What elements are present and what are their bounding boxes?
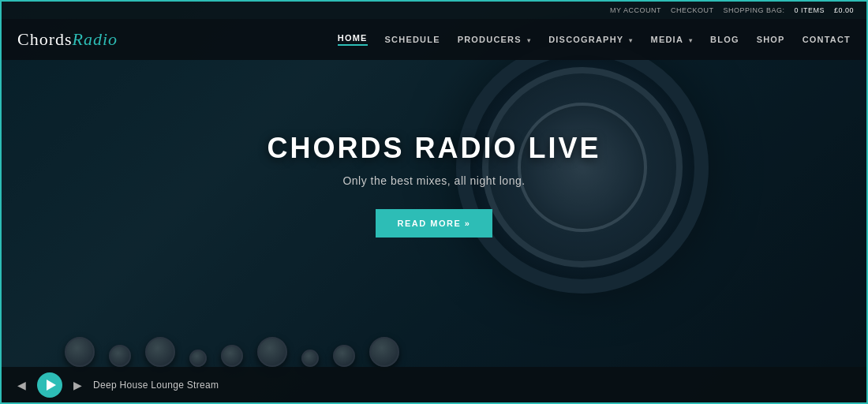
nav-links: HOME SCHEDULE PRODUCERS ▾ DISCOGRAPHY ▾ … bbox=[338, 33, 851, 46]
nav-schedule[interactable]: SCHEDULE bbox=[385, 35, 440, 44]
logo-chords: Chords bbox=[17, 29, 73, 49]
checkout-link[interactable]: CHECKOUT bbox=[671, 6, 714, 14]
player-prev-button[interactable]: ◀ bbox=[17, 379, 26, 391]
nav-shop[interactable]: SHOP bbox=[757, 35, 785, 44]
nav-blog[interactable]: BLOG bbox=[710, 35, 739, 44]
player-track-name: Deep House Lounge Stream bbox=[93, 380, 219, 391]
player-bar: ◀ ▶ Deep House Lounge Stream bbox=[2, 367, 866, 402]
nav-home[interactable]: HOME bbox=[338, 33, 368, 46]
shopping-bag-label: SHOPPING BAG: bbox=[723, 6, 784, 14]
producers-dropdown-arrow: ▾ bbox=[527, 37, 531, 44]
cart-items[interactable]: 0 ITEMS bbox=[794, 6, 825, 14]
logo[interactable]: ChordsRadio bbox=[17, 29, 118, 50]
nav-contact[interactable]: CONTACT bbox=[803, 35, 851, 44]
cart-price: £0.00 bbox=[834, 6, 854, 14]
hero-title: CHORDS RADIO LIVE bbox=[267, 132, 600, 165]
navbar: ChordsRadio HOME SCHEDULE PRODUCERS ▾ DI… bbox=[2, 19, 866, 60]
nav-media[interactable]: MEDIA ▾ bbox=[651, 35, 694, 44]
player-play-button[interactable] bbox=[37, 372, 62, 398]
page-wrapper: MY ACCOUNT CHECKOUT SHOPPING BAG: 0 ITEM… bbox=[0, 0, 868, 404]
logo-radio: Radio bbox=[73, 29, 118, 49]
nav-discography[interactable]: DISCOGRAPHY ▾ bbox=[548, 35, 633, 44]
my-account-link[interactable]: MY ACCOUNT bbox=[610, 6, 661, 14]
top-bar: MY ACCOUNT CHECKOUT SHOPPING BAG: 0 ITEM… bbox=[2, 2, 866, 19]
nav-producers[interactable]: PRODUCERS ▾ bbox=[458, 35, 532, 44]
discography-dropdown-arrow: ▾ bbox=[629, 37, 633, 44]
media-dropdown-arrow: ▾ bbox=[689, 37, 693, 44]
hero-subtitle: Only the best mixes, all night long. bbox=[342, 174, 525, 187]
player-next-button[interactable]: ▶ bbox=[73, 379, 82, 391]
read-more-button[interactable]: READ MORE » bbox=[376, 209, 493, 238]
